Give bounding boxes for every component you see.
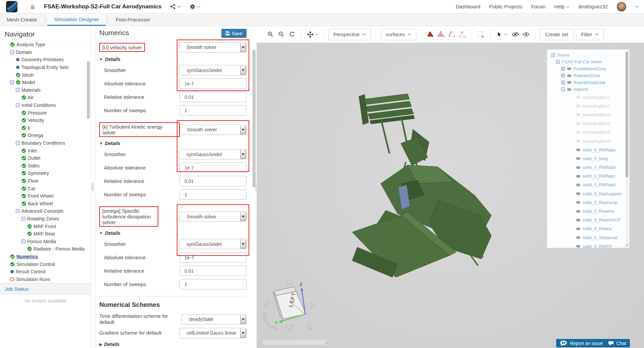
navigator-item-mesh[interactable]: Mesh — [0, 71, 91, 79]
relative-tolerance-input[interactable]: 0.01 — [179, 92, 247, 102]
scene-item-radiatorzone[interactable]: RadiatorZone — [547, 72, 629, 79]
pan-move-icon[interactable] — [306, 30, 315, 39]
app-logo[interactable] — [6, 1, 17, 12]
select-volume-icon[interactable] — [426, 30, 435, 39]
navigator-item-initial-conditions[interactable]: Initial Conditions — [0, 101, 91, 109]
navigator-scrollbar[interactable] — [87, 61, 90, 119]
dropdown-arrow-icon[interactable] — [240, 239, 246, 249]
dropdown-arrow-icon[interactable] — [240, 125, 246, 134]
scene-item-boundingbox6[interactable]: boundingBox6 — [547, 137, 629, 145]
scene-item-solid-0-rwflapc[interactable]: solid_0_RWflapc — [547, 172, 629, 181]
navigator-item-front-wheel[interactable]: Front Wheel — [0, 192, 91, 200]
navigator-item-radiator-porous-media[interactable]: Radiator - Porous Media — [0, 245, 91, 253]
mini-panel-resize-handle[interactable] — [324, 340, 328, 345]
smoother-select[interactable]: symGaussSeidel — [179, 149, 247, 159]
solver-type-select[interactable]: Smooth solver — [179, 211, 247, 222]
visibility-eye-icon[interactable] — [576, 166, 581, 169]
dropdown-arrow-icon[interactable] — [240, 315, 246, 324]
collapse-icon[interactable] — [561, 87, 565, 91]
expand-icon[interactable] — [561, 81, 565, 84]
username[interactable]: drodriguez32 — [578, 4, 608, 9]
visibility-eye-icon[interactable] — [576, 122, 581, 125]
visibility-eye-icon[interactable] — [576, 227, 581, 230]
navigator-item-geometry-primitives[interactable]: Geometry Primitives — [0, 56, 91, 64]
reset-view-icon[interactable] — [287, 30, 296, 39]
visibility-eye-icon[interactable] — [576, 210, 581, 213]
settings-gear-button[interactable] — [190, 4, 201, 10]
tab-simulation-designer[interactable]: Simulation Designer — [47, 13, 106, 26]
panel-resizer-grip[interactable] — [255, 183, 258, 191]
scene-item-scene[interactable]: Scene — [547, 52, 629, 59]
absolute-tolerance-input[interactable]: 1e-7 — [179, 162, 247, 173]
visibility-eye-icon[interactable] — [576, 148, 581, 151]
navigator-item-mrf-front[interactable]: MRF Front — [0, 222, 91, 230]
select-vertex-icon[interactable] — [458, 30, 467, 39]
navigator-item-domain[interactable]: Domain — [0, 49, 91, 56]
scene-item-boundingbox4[interactable]: boundingBox4 — [547, 119, 629, 128]
visibility-eye-icon[interactable] — [576, 183, 581, 187]
navigator-item-floor[interactable]: Floor — [0, 177, 91, 185]
visibility-eye-icon[interactable] — [576, 113, 581, 116]
smoother-select[interactable]: symGaussSeidel — [179, 239, 247, 249]
scene-item-solid-0-radsupport[interactable]: solid_0_Radsupport — [547, 189, 629, 198]
visibility-eye-icon[interactable] — [576, 139, 581, 143]
dropdown-arrow-icon[interactable] — [240, 66, 246, 75]
report-issue-button[interactable]: Report an issue — [556, 339, 606, 347]
absolute-tolerance-input[interactable]: 1e-7 — [179, 78, 247, 89]
collapse-icon[interactable] — [556, 60, 560, 64]
navigator-item-simulation-control[interactable]: Simulation Control — [0, 260, 91, 268]
scene-item-solid-0-reartire[interactable]: solid_0_Reartire — [547, 207, 629, 215]
visibility-eye-icon[interactable] — [576, 95, 581, 99]
navigator-item-topological-entity-sets[interactable]: Topological Entity Sets — [0, 64, 91, 71]
navigator-item-numerics[interactable]: Numerics — [0, 253, 91, 261]
smoother-select[interactable]: symGaussSeidel — [179, 65, 247, 75]
navigator-item-k[interactable]: k — [0, 124, 91, 132]
solver-type-select[interactable]: Smooth solver — [180, 125, 247, 135]
scene-item-rearwheelzone[interactable]: RearWheelZone — [547, 79, 629, 86]
select-edge-icon[interactable] — [447, 30, 456, 39]
hide-selection-icon[interactable] — [511, 30, 520, 39]
projection-select[interactable]: Perspective — [328, 29, 371, 40]
navigator-item-inlet[interactable]: Inlet — [0, 147, 91, 154]
header-link-forum[interactable]: Forum — [531, 4, 545, 9]
visibility-eye-icon[interactable] — [576, 245, 581, 248]
visibility-eye-icon[interactable] — [576, 236, 581, 239]
render-mode-select[interactable]: surfaces — [381, 29, 416, 40]
job-status-header[interactable]: Job Status — [0, 283, 91, 294]
relative-tolerance-input[interactable]: 0.01 — [179, 176, 247, 186]
header-link-public-projects[interactable]: Public Projects — [489, 4, 522, 9]
navigator-item-mrf-rear[interactable]: MRF Rear — [0, 230, 91, 238]
scene-item-fsae-full-car-mesh[interactable]: FSAE Full Car mesh — [547, 59, 629, 66]
navigator-item-back-wheel[interactable]: Back Wheel — [0, 200, 91, 207]
help-menu[interactable]: Help — [554, 4, 570, 9]
pointer-tool-icon[interactable] — [495, 30, 504, 39]
navigator-item-car[interactable]: Car — [0, 185, 91, 192]
details-toggle[interactable]: ▼Details — [99, 140, 247, 147]
tab-post-processor[interactable]: Post-Processor — [109, 13, 157, 26]
navigator-item-advanced-concepts[interactable]: Advanced Concepts — [0, 207, 91, 215]
dropdown-arrow-icon[interactable] — [240, 150, 246, 159]
scene-item-boundingbox5[interactable]: boundingBox5 — [547, 128, 629, 137]
relative-tolerance-input[interactable]: 0.01 — [179, 266, 247, 276]
number-of-sweeps-input[interactable]: 1 — [179, 189, 247, 200]
zoom-in-icon[interactable] — [266, 30, 275, 39]
share-button[interactable] — [170, 4, 181, 9]
navigator-item-rotating-zones[interactable]: Rotating Zones — [0, 215, 91, 223]
navigator-item-model[interactable]: Model — [0, 79, 91, 86]
box-select-icon[interactable] — [477, 30, 485, 39]
time-scheme-select[interactable]: steadyState — [181, 314, 247, 325]
scene-item-solid-0-rearur[interactable]: solid_0_Rearur — [547, 224, 629, 233]
visibility-eye-icon[interactable] — [567, 67, 572, 70]
settings-scrollbar[interactable] — [253, 50, 256, 188]
visibility-eye-icon[interactable] — [576, 218, 581, 222]
viewport-3d[interactable]: SceneFSAE Full Car meshFrontWheelZoneRad… — [257, 43, 644, 348]
navigator-item-sides[interactable]: Sides — [0, 162, 91, 170]
schemes-details-toggle[interactable]: ▶ Details — [99, 341, 247, 348]
panel-resizer-grip[interactable] — [92, 183, 94, 191]
details-toggle[interactable]: ▼Details — [99, 229, 247, 237]
filter-button[interactable]: Filter — [576, 29, 603, 40]
visibility-eye-icon[interactable] — [576, 131, 581, 134]
scene-item-solid-0-rwep[interactable]: solid_0_RWEP — [547, 242, 629, 248]
user-avatar[interactable] — [616, 2, 627, 12]
scene-item-solid-0-body[interactable]: solid_0_body — [547, 154, 629, 163]
